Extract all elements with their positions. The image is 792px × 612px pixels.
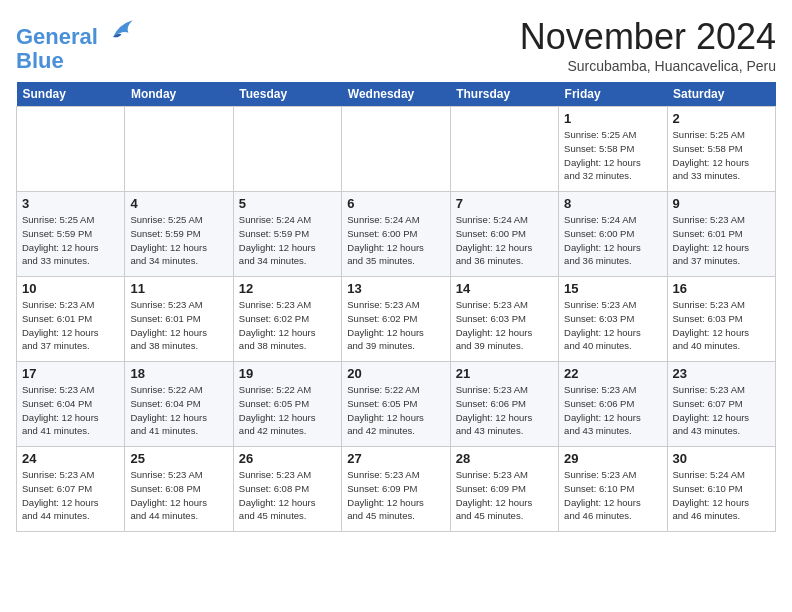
- day-info-27: Sunrise: 5:23 AMSunset: 6:09 PMDaylight:…: [347, 468, 444, 523]
- day-number-18: 18: [130, 366, 227, 381]
- week-row-5: 24Sunrise: 5:23 AMSunset: 6:07 PMDayligh…: [17, 447, 776, 532]
- day-number-24: 24: [22, 451, 119, 466]
- day-info-2: Sunrise: 5:25 AMSunset: 5:58 PMDaylight:…: [673, 128, 770, 183]
- day-number-6: 6: [347, 196, 444, 211]
- week-row-4: 17Sunrise: 5:23 AMSunset: 6:04 PMDayligh…: [17, 362, 776, 447]
- day-info-13: Sunrise: 5:23 AMSunset: 6:02 PMDaylight:…: [347, 298, 444, 353]
- logo-blue-text: Blue: [16, 49, 134, 73]
- day-number-1: 1: [564, 111, 661, 126]
- day-cell-23: 23Sunrise: 5:23 AMSunset: 6:07 PMDayligh…: [667, 362, 775, 447]
- day-number-26: 26: [239, 451, 336, 466]
- weekday-header-sunday: Sunday: [17, 82, 125, 107]
- day-number-25: 25: [130, 451, 227, 466]
- day-number-2: 2: [673, 111, 770, 126]
- weekday-header-friday: Friday: [559, 82, 667, 107]
- day-info-10: Sunrise: 5:23 AMSunset: 6:01 PMDaylight:…: [22, 298, 119, 353]
- day-cell-21: 21Sunrise: 5:23 AMSunset: 6:06 PMDayligh…: [450, 362, 558, 447]
- day-number-29: 29: [564, 451, 661, 466]
- day-info-1: Sunrise: 5:25 AMSunset: 5:58 PMDaylight:…: [564, 128, 661, 183]
- day-number-23: 23: [673, 366, 770, 381]
- day-info-16: Sunrise: 5:23 AMSunset: 6:03 PMDaylight:…: [673, 298, 770, 353]
- day-info-21: Sunrise: 5:23 AMSunset: 6:06 PMDaylight:…: [456, 383, 553, 438]
- day-info-12: Sunrise: 5:23 AMSunset: 6:02 PMDaylight:…: [239, 298, 336, 353]
- day-cell-5: 5Sunrise: 5:24 AMSunset: 5:59 PMDaylight…: [233, 192, 341, 277]
- day-info-24: Sunrise: 5:23 AMSunset: 6:07 PMDaylight:…: [22, 468, 119, 523]
- day-number-30: 30: [673, 451, 770, 466]
- day-cell-11: 11Sunrise: 5:23 AMSunset: 6:01 PMDayligh…: [125, 277, 233, 362]
- logo: General Blue: [16, 16, 134, 73]
- day-info-17: Sunrise: 5:23 AMSunset: 6:04 PMDaylight:…: [22, 383, 119, 438]
- day-cell-17: 17Sunrise: 5:23 AMSunset: 6:04 PMDayligh…: [17, 362, 125, 447]
- day-number-8: 8: [564, 196, 661, 211]
- day-cell-4: 4Sunrise: 5:25 AMSunset: 5:59 PMDaylight…: [125, 192, 233, 277]
- weekday-header-tuesday: Tuesday: [233, 82, 341, 107]
- day-info-7: Sunrise: 5:24 AMSunset: 6:00 PMDaylight:…: [456, 213, 553, 268]
- day-cell-12: 12Sunrise: 5:23 AMSunset: 6:02 PMDayligh…: [233, 277, 341, 362]
- day-info-6: Sunrise: 5:24 AMSunset: 6:00 PMDaylight:…: [347, 213, 444, 268]
- day-number-11: 11: [130, 281, 227, 296]
- empty-cell: [342, 107, 450, 192]
- day-info-18: Sunrise: 5:22 AMSunset: 6:04 PMDaylight:…: [130, 383, 227, 438]
- day-info-9: Sunrise: 5:23 AMSunset: 6:01 PMDaylight:…: [673, 213, 770, 268]
- logo-text: General: [16, 16, 134, 49]
- day-cell-18: 18Sunrise: 5:22 AMSunset: 6:04 PMDayligh…: [125, 362, 233, 447]
- day-cell-29: 29Sunrise: 5:23 AMSunset: 6:10 PMDayligh…: [559, 447, 667, 532]
- day-number-19: 19: [239, 366, 336, 381]
- day-cell-27: 27Sunrise: 5:23 AMSunset: 6:09 PMDayligh…: [342, 447, 450, 532]
- day-number-15: 15: [564, 281, 661, 296]
- day-number-20: 20: [347, 366, 444, 381]
- day-cell-15: 15Sunrise: 5:23 AMSunset: 6:03 PMDayligh…: [559, 277, 667, 362]
- day-info-29: Sunrise: 5:23 AMSunset: 6:10 PMDaylight:…: [564, 468, 661, 523]
- day-number-21: 21: [456, 366, 553, 381]
- weekday-header-saturday: Saturday: [667, 82, 775, 107]
- day-info-22: Sunrise: 5:23 AMSunset: 6:06 PMDaylight:…: [564, 383, 661, 438]
- day-cell-8: 8Sunrise: 5:24 AMSunset: 6:00 PMDaylight…: [559, 192, 667, 277]
- day-cell-19: 19Sunrise: 5:22 AMSunset: 6:05 PMDayligh…: [233, 362, 341, 447]
- weekday-header-row: SundayMondayTuesdayWednesdayThursdayFrid…: [17, 82, 776, 107]
- empty-cell: [450, 107, 558, 192]
- location-title: Surcubamba, Huancavelica, Peru: [520, 58, 776, 74]
- day-number-17: 17: [22, 366, 119, 381]
- day-info-30: Sunrise: 5:24 AMSunset: 6:10 PMDaylight:…: [673, 468, 770, 523]
- day-info-28: Sunrise: 5:23 AMSunset: 6:09 PMDaylight:…: [456, 468, 553, 523]
- logo-bird-icon: [106, 16, 134, 44]
- day-info-8: Sunrise: 5:24 AMSunset: 6:00 PMDaylight:…: [564, 213, 661, 268]
- weekday-header-thursday: Thursday: [450, 82, 558, 107]
- day-number-4: 4: [130, 196, 227, 211]
- day-cell-13: 13Sunrise: 5:23 AMSunset: 6:02 PMDayligh…: [342, 277, 450, 362]
- month-title: November 2024: [520, 16, 776, 58]
- day-cell-2: 2Sunrise: 5:25 AMSunset: 5:58 PMDaylight…: [667, 107, 775, 192]
- day-cell-30: 30Sunrise: 5:24 AMSunset: 6:10 PMDayligh…: [667, 447, 775, 532]
- calendar-table: SundayMondayTuesdayWednesdayThursdayFrid…: [16, 82, 776, 532]
- day-number-10: 10: [22, 281, 119, 296]
- day-cell-10: 10Sunrise: 5:23 AMSunset: 6:01 PMDayligh…: [17, 277, 125, 362]
- day-info-25: Sunrise: 5:23 AMSunset: 6:08 PMDaylight:…: [130, 468, 227, 523]
- day-cell-9: 9Sunrise: 5:23 AMSunset: 6:01 PMDaylight…: [667, 192, 775, 277]
- empty-cell: [125, 107, 233, 192]
- week-row-3: 10Sunrise: 5:23 AMSunset: 6:01 PMDayligh…: [17, 277, 776, 362]
- day-info-4: Sunrise: 5:25 AMSunset: 5:59 PMDaylight:…: [130, 213, 227, 268]
- header: General Blue November 2024 Surcubamba, H…: [16, 16, 776, 74]
- day-number-7: 7: [456, 196, 553, 211]
- day-info-14: Sunrise: 5:23 AMSunset: 6:03 PMDaylight:…: [456, 298, 553, 353]
- day-info-11: Sunrise: 5:23 AMSunset: 6:01 PMDaylight:…: [130, 298, 227, 353]
- weekday-header-monday: Monday: [125, 82, 233, 107]
- day-info-19: Sunrise: 5:22 AMSunset: 6:05 PMDaylight:…: [239, 383, 336, 438]
- day-info-26: Sunrise: 5:23 AMSunset: 6:08 PMDaylight:…: [239, 468, 336, 523]
- day-number-28: 28: [456, 451, 553, 466]
- day-info-20: Sunrise: 5:22 AMSunset: 6:05 PMDaylight:…: [347, 383, 444, 438]
- empty-cell: [233, 107, 341, 192]
- day-cell-14: 14Sunrise: 5:23 AMSunset: 6:03 PMDayligh…: [450, 277, 558, 362]
- day-cell-26: 26Sunrise: 5:23 AMSunset: 6:08 PMDayligh…: [233, 447, 341, 532]
- week-row-2: 3Sunrise: 5:25 AMSunset: 5:59 PMDaylight…: [17, 192, 776, 277]
- day-cell-16: 16Sunrise: 5:23 AMSunset: 6:03 PMDayligh…: [667, 277, 775, 362]
- day-number-14: 14: [456, 281, 553, 296]
- day-cell-3: 3Sunrise: 5:25 AMSunset: 5:59 PMDaylight…: [17, 192, 125, 277]
- day-number-13: 13: [347, 281, 444, 296]
- day-cell-22: 22Sunrise: 5:23 AMSunset: 6:06 PMDayligh…: [559, 362, 667, 447]
- day-cell-24: 24Sunrise: 5:23 AMSunset: 6:07 PMDayligh…: [17, 447, 125, 532]
- day-number-5: 5: [239, 196, 336, 211]
- day-cell-1: 1Sunrise: 5:25 AMSunset: 5:58 PMDaylight…: [559, 107, 667, 192]
- day-cell-25: 25Sunrise: 5:23 AMSunset: 6:08 PMDayligh…: [125, 447, 233, 532]
- week-row-1: 1Sunrise: 5:25 AMSunset: 5:58 PMDaylight…: [17, 107, 776, 192]
